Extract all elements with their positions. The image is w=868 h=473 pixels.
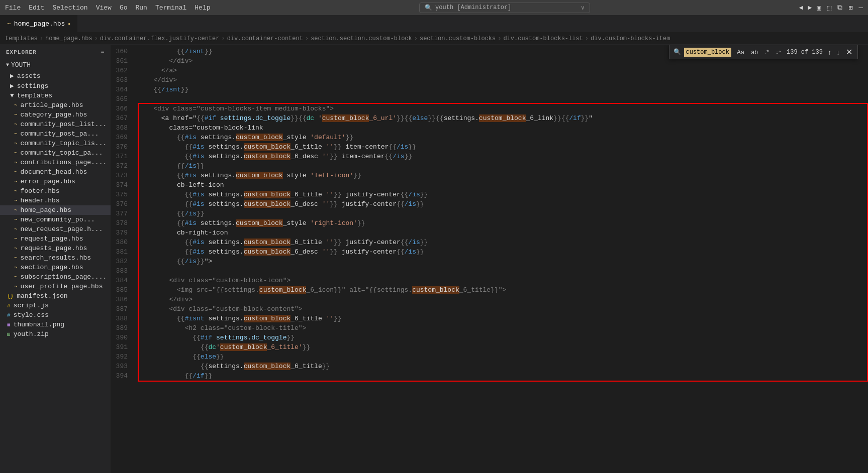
find-regex[interactable]: .*: [762, 48, 771, 57]
menu-run[interactable]: Run: [135, 4, 147, 12]
line-number: 389: [111, 323, 136, 333]
sidebar: EXPLORER ⋯ ▼ YOUTH ▶ assets ▶ settings ▼…: [0, 45, 111, 473]
split-icon[interactable]: ⧉: [837, 4, 842, 12]
sidebar-file-document-head[interactable]: ~ document_head.hbs: [0, 167, 111, 177]
menu-go[interactable]: Go: [120, 4, 128, 12]
sidebar-file-requests-page[interactable]: ~ requests_page.hbs: [0, 244, 111, 253]
sidebar-file-style[interactable]: # style.css: [0, 310, 111, 320]
code-line-376: 376 {{#is settings.custom_block_6_desc '…: [111, 199, 868, 209]
file-label: new_community_po...: [21, 216, 95, 223]
find-close-btn[interactable]: ✕: [845, 47, 853, 57]
new-file-icon[interactable]: ⋯: [101, 49, 105, 55]
file-label: user_profile_page.hbs: [21, 283, 103, 290]
sidebar-file-youth-zip[interactable]: ⊞ youth.zip: [0, 329, 111, 339]
sidebar-file-community-post-pa[interactable]: ~ community_post_pa...: [0, 129, 111, 139]
code-line-377: 377 {{/is}}: [111, 209, 868, 218]
find-case-sensitive[interactable]: Aa: [734, 48, 747, 57]
hbs-icon: ~: [14, 169, 18, 175]
menu-selection[interactable]: Selection: [52, 4, 87, 12]
nav-fwd[interactable]: ▶: [808, 4, 812, 12]
sidebar-file-new-request-page[interactable]: ~ new_request_page.h...: [0, 224, 111, 234]
sidebar-icon[interactable]: ⬚: [827, 4, 831, 12]
find-whole-word[interactable]: ab: [749, 48, 760, 57]
sidebar-file-error-page[interactable]: ~ error_page.hbs: [0, 177, 111, 186]
search-box[interactable]: 🔍 youth [Administrator] ∨: [419, 3, 590, 13]
sidebar-file-manifest[interactable]: {} manifest.json: [0, 291, 111, 301]
menu-help[interactable]: Help: [195, 4, 210, 12]
file-label: new_request_page.h...: [21, 225, 103, 233]
nav-back[interactable]: ◀: [799, 4, 803, 12]
tab-bar: ~ home_page.hbs ●: [0, 15, 868, 33]
menu-view[interactable]: View: [96, 4, 112, 12]
line-number: 371: [111, 152, 136, 161]
sidebar-file-thumbnail[interactable]: ◼ thumbnail.png: [0, 320, 111, 329]
main-layout: EXPLORER ⋯ ▼ YOUTH ▶ assets ▶ settings ▼…: [0, 45, 868, 473]
sidebar-file-community-topic-lis[interactable]: ~ community_topic_lis...: [0, 139, 111, 148]
sidebar-file-new-community-po[interactable]: ~ new_community_po...: [0, 215, 111, 224]
sidebar-file-footer[interactable]: ~ footer.hbs: [0, 186, 111, 196]
menu-edit[interactable]: Edit: [29, 4, 44, 12]
file-label: manifest.json: [17, 292, 67, 300]
sidebar-file-search-results[interactable]: ~ search_results.hbs: [0, 253, 111, 263]
file-label: style.css: [14, 311, 49, 319]
sidebar-file-section-page[interactable]: ~ section_page.hbs: [0, 263, 111, 272]
maximize-icon[interactable]: ⊞: [848, 4, 852, 12]
sidebar-file-subscriptions-page[interactable]: ~ subscriptions_page....: [0, 272, 111, 282]
file-label: community_topic_lis...: [21, 140, 107, 147]
hbs-icon: ~: [14, 112, 18, 118]
sidebar-file-home-page[interactable]: ~ home_page.hbs: [0, 205, 111, 215]
hbs-icon: ~: [14, 284, 18, 290]
line-number: 385: [111, 285, 136, 295]
sidebar-file-request-page[interactable]: ~ request_page.hbs: [0, 234, 111, 244]
sidebar-file-category-page[interactable]: ~ category_page.hbs: [0, 110, 111, 120]
sidebar-file-contributions-page[interactable]: ~ contributions_page....: [0, 158, 111, 167]
breadcrumb-item-7[interactable]: div.custom-blocks-item: [591, 35, 670, 42]
line-content: {{#isnt settings.custom_block_6_title ''…: [136, 314, 868, 323]
line-content: {{/is}}: [136, 161, 868, 171]
line-number: 384: [111, 276, 136, 285]
breadcrumb-item-2[interactable]: div.container.flex.justify-center: [100, 35, 220, 42]
line-content: {{else}}: [136, 352, 868, 362]
line-number: 386: [111, 295, 136, 304]
hbs-icon: ~: [14, 188, 18, 194]
sidebar-item-templates[interactable]: ▼ templates: [0, 91, 111, 100]
line-number: 363: [111, 75, 136, 85]
line-number: 368: [111, 123, 136, 133]
sidebar-file-header[interactable]: ~ header.hbs: [0, 196, 111, 205]
sidebar-root[interactable]: ▼ YOUTH: [0, 59, 111, 71]
sidebar-file-user-profile-page[interactable]: ~ user_profile_page.hbs: [0, 282, 111, 291]
code-line-383: 383: [111, 266, 868, 276]
line-content: {{/if}}: [136, 371, 868, 381]
hbs-icon: ~: [14, 265, 18, 271]
tab-home-page-hbs[interactable]: ~ home_page.hbs ●: [0, 15, 78, 32]
close-icon[interactable]: —: [859, 4, 863, 12]
breadcrumb-item-4[interactable]: section.section.custom-block: [311, 35, 412, 42]
breadcrumb-item-3[interactable]: div.container-content: [227, 35, 303, 42]
find-next-btn[interactable]: ↓: [834, 48, 842, 57]
sidebar-file-community-post-list[interactable]: ~ community_post_list...: [0, 120, 111, 129]
sidebar-file-community-topic-pa[interactable]: ~ community_topic_pa...: [0, 148, 111, 158]
code-area[interactable]: 360 {{/isnt}}361 </div>362 </a>363 </div…: [111, 45, 868, 473]
find-preserve-case[interactable]: ⇌: [774, 48, 784, 57]
sidebar-item-settings[interactable]: ▶ settings: [0, 81, 111, 91]
code-line-367: 367 <a href="{{#if settings.dc_toggle}}{…: [111, 113, 868, 123]
breadcrumb-item-5[interactable]: section.custom-blocks: [420, 35, 496, 42]
line-content: {{#is settings.custom_block_style 'defau…: [136, 133, 868, 142]
find-prev-btn[interactable]: ↑: [826, 48, 833, 57]
code-line-388: 388 {{#isnt settings.custom_block_6_titl…: [111, 314, 868, 323]
breadcrumb-item-1[interactable]: home_page.hbs: [45, 35, 92, 42]
sidebar-file-script[interactable]: # script.js: [0, 301, 111, 310]
hbs-icon: ~: [14, 246, 18, 252]
find-nav: ↑ ↓: [826, 48, 842, 57]
line-number: 376: [111, 199, 136, 209]
menu-file[interactable]: File: [5, 4, 21, 12]
code-line-391: 391 {{dc'custom_block_6_title'}}: [111, 342, 868, 352]
breadcrumb-item-0[interactable]: templates: [5, 35, 38, 42]
menu-terminal[interactable]: Terminal: [155, 4, 186, 12]
sidebar-item-assets[interactable]: ▶ assets: [0, 71, 111, 81]
panel-icon[interactable]: ▣: [817, 4, 821, 12]
line-content: {{#is settings.custom_block_6_desc ''}} …: [136, 152, 868, 161]
breadcrumb-item-6[interactable]: div.custom-blocks-list: [503, 35, 583, 42]
sidebar-file-article-page[interactable]: ~ article_page.hbs: [0, 100, 111, 110]
tab-file-icon: ~: [7, 20, 11, 28]
